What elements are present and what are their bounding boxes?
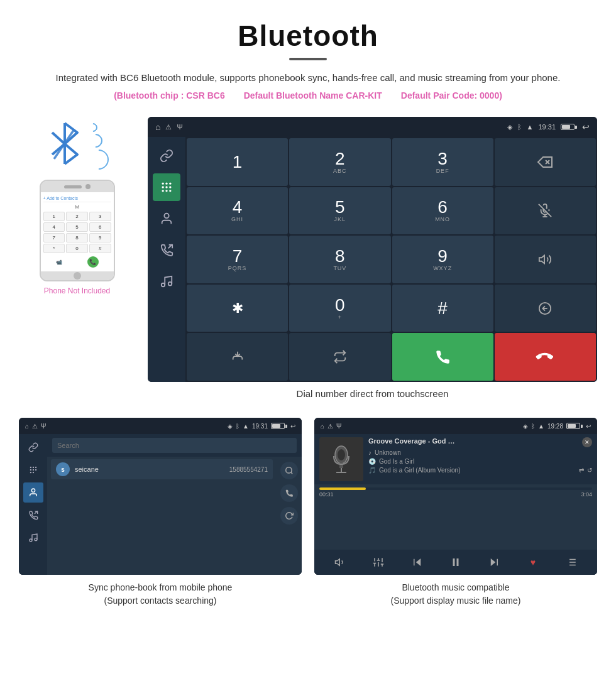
dialer-screen: ⌂ ⚠ Ψ ◈ ᛒ ▲ 19:31 ↩ bbox=[148, 117, 597, 382]
dial-key-1[interactable]: 1 bbox=[187, 138, 288, 186]
phone-call-button[interactable]: 📞 bbox=[87, 256, 99, 268]
dialer-panel: ⌂ ⚠ Ψ ◈ ᛒ ▲ 19:31 ↩ bbox=[148, 117, 597, 399]
dial-key-call-red[interactable] bbox=[495, 333, 596, 381]
music-close-button[interactable]: ✕ bbox=[582, 437, 592, 447]
heart-button[interactable]: ♥ bbox=[524, 553, 542, 571]
dial-key-backspace[interactable] bbox=[495, 138, 596, 186]
wifi-icon: ▲ bbox=[527, 123, 534, 131]
phone-key-0[interactable]: 0 bbox=[66, 244, 88, 253]
sidebar-calllog-icon[interactable] bbox=[153, 236, 180, 264]
svg-marker-56 bbox=[491, 558, 496, 566]
playlist-button[interactable] bbox=[563, 553, 580, 571]
pb-calllog-icon[interactable] bbox=[23, 505, 43, 525]
next-button[interactable] bbox=[485, 553, 503, 571]
svg-marker-52 bbox=[415, 558, 421, 566]
music-info: Groove Coverage - God Is A Gir... ✕ ♪ Un… bbox=[368, 437, 592, 474]
pb-search-button[interactable] bbox=[280, 462, 298, 479]
dial-key-0[interactable]: 0+ bbox=[289, 285, 390, 332]
music-usb-icon: Ψ bbox=[336, 423, 341, 430]
spec-pair-code: Default Pair Code: 0000) bbox=[401, 90, 502, 101]
equalizer-button[interactable] bbox=[370, 553, 387, 571]
pb-contacts-icon[interactable] bbox=[23, 482, 43, 503]
sidebar-dialpad-icon[interactable] bbox=[153, 173, 180, 201]
dial-key-6[interactable]: 6MNO bbox=[392, 187, 493, 235]
svg-point-33 bbox=[30, 539, 32, 542]
pb-call-button[interactable] bbox=[280, 484, 298, 502]
sidebar-link-icon[interactable] bbox=[153, 142, 180, 170]
album-art bbox=[319, 437, 363, 481]
phone-key-star[interactable]: * bbox=[43, 244, 65, 253]
sidebar-contacts-icon[interactable] bbox=[153, 205, 180, 232]
contact-row[interactable]: s seicane 15885554271 bbox=[51, 459, 273, 479]
dial-key-merge[interactable] bbox=[187, 333, 288, 381]
prev-button[interactable] bbox=[409, 553, 426, 571]
dial-key-volume[interactable] bbox=[495, 236, 596, 283]
dial-key-5[interactable]: 5JKL bbox=[289, 187, 390, 235]
phone-key-8[interactable]: 8 bbox=[66, 233, 88, 242]
phone-key-5[interactable]: 5 bbox=[66, 222, 88, 232]
pb-warn-icon: ⚠ bbox=[32, 423, 38, 430]
dial-key-9[interactable]: 9WXYZ bbox=[392, 236, 493, 283]
dial-key-star[interactable]: ✱ bbox=[187, 285, 288, 332]
pb-refresh-button[interactable] bbox=[280, 507, 298, 525]
dial-key-8[interactable]: 8TUV bbox=[289, 236, 390, 283]
dial-key-7[interactable]: 7PQRS bbox=[187, 236, 288, 283]
dial-key-3[interactable]: 3DEF bbox=[392, 138, 493, 186]
dial-key-mute[interactable] bbox=[495, 187, 596, 235]
svg-point-28 bbox=[35, 469, 36, 471]
phone-speaker bbox=[64, 185, 82, 188]
svg-point-2 bbox=[165, 183, 167, 185]
description: Integrated with BC6 Bluetooth module, su… bbox=[50, 70, 566, 85]
volume-button[interactable] bbox=[331, 553, 349, 571]
phonebook-content: s seicane 15885554271 bbox=[47, 434, 302, 575]
music-album: God Is a Girl bbox=[379, 458, 414, 465]
battery-icon bbox=[561, 124, 577, 130]
progress-bar[interactable] bbox=[319, 487, 592, 490]
play-pause-button[interactable] bbox=[447, 553, 465, 571]
phonebook-content-wrapper: s seicane 15885554271 bbox=[47, 457, 302, 575]
search-input[interactable] bbox=[52, 438, 297, 453]
status-left: ⌂ ⚠ Ψ bbox=[155, 122, 183, 132]
svg-point-23 bbox=[30, 467, 31, 468]
svg-point-25 bbox=[35, 467, 36, 468]
contact-avatar: s bbox=[56, 462, 70, 476]
contacts-list: s seicane 15885554271 bbox=[47, 457, 277, 575]
music-controls: ♥ bbox=[314, 550, 597, 575]
phone-key-7[interactable]: 7 bbox=[43, 233, 65, 242]
dial-key-swap[interactable] bbox=[495, 285, 596, 332]
dial-key-2[interactable]: 2ABC bbox=[289, 138, 390, 186]
pb-music-icon[interactable] bbox=[23, 528, 43, 548]
pb-dialpad-icon[interactable] bbox=[23, 460, 43, 480]
dial-key-call-green[interactable] bbox=[392, 333, 493, 381]
music-top-bar: Groove Coverage - God Is A Gir... ✕ ♪ Un… bbox=[314, 434, 597, 484]
phone-key-6[interactable]: 6 bbox=[89, 222, 111, 232]
svg-point-8 bbox=[165, 190, 167, 192]
phone-key-hash[interactable]: # bbox=[89, 244, 111, 253]
svg-point-5 bbox=[165, 186, 167, 188]
dial-key-hash[interactable]: # bbox=[392, 285, 493, 332]
phone-key-4[interactable]: 4 bbox=[43, 222, 65, 232]
wave-small-icon bbox=[87, 121, 99, 134]
music-shuffle-icon: ⇄ bbox=[579, 467, 584, 474]
pb-link-icon[interactable] bbox=[23, 437, 43, 457]
bluetooth-icon-area bbox=[43, 117, 112, 173]
dial-key-dtmf[interactable] bbox=[289, 333, 390, 381]
title-underline bbox=[289, 58, 327, 60]
phone-key-9[interactable]: 9 bbox=[89, 233, 111, 242]
search-bar bbox=[47, 434, 302, 457]
phonebook-caption: Sync phone-book from mobile phone (Suppo… bbox=[19, 581, 302, 607]
dial-key-4[interactable]: 4GHI bbox=[187, 187, 288, 235]
phone-key-3[interactable]: 3 bbox=[89, 212, 111, 221]
phone-home-button[interactable] bbox=[74, 272, 81, 280]
dialer-statusbar: ⌂ ⚠ Ψ ◈ ᛒ ▲ 19:31 ↩ bbox=[148, 117, 597, 137]
phone-key-1[interactable]: 1 bbox=[43, 212, 65, 221]
pb-back-icon: ↩ bbox=[290, 423, 295, 430]
music-wifi-icon: ▲ bbox=[538, 423, 544, 430]
phone-key-2[interactable]: 2 bbox=[66, 212, 88, 221]
svg-rect-55 bbox=[456, 558, 458, 566]
svg-point-35 bbox=[286, 467, 292, 473]
svg-point-34 bbox=[35, 538, 37, 541]
phone-action-row: 📹 📞 bbox=[43, 255, 111, 269]
svg-point-26 bbox=[30, 469, 31, 471]
sidebar-music-icon[interactable] bbox=[153, 268, 180, 295]
